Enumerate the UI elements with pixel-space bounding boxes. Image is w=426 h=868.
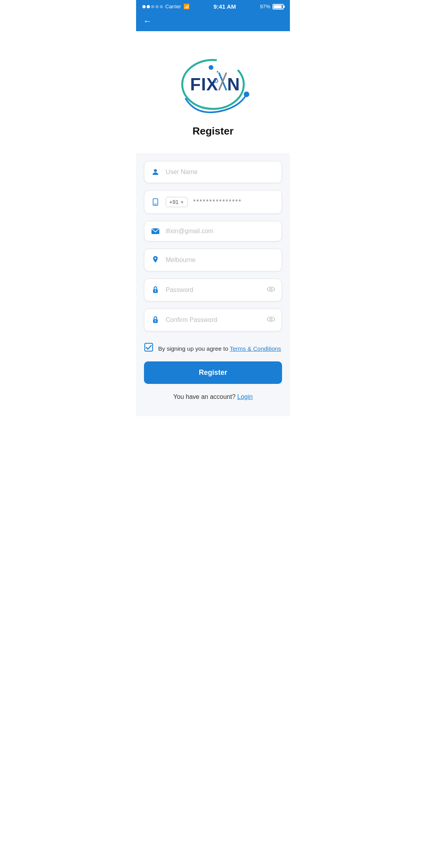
terms-link[interactable]: Terms & Conditions (230, 345, 281, 352)
svg-point-14 (155, 290, 156, 292)
battery-fill (274, 5, 282, 8)
svg-point-1 (244, 92, 249, 97)
location-icon (151, 255, 160, 265)
status-left: Carrier 📶 (142, 4, 190, 9)
svg-point-15 (267, 287, 275, 291)
username-input[interactable] (166, 168, 275, 176)
svg-text:FIX: FIX (190, 75, 218, 94)
phone-input[interactable] (193, 198, 275, 206)
nav-bar: ← (136, 12, 290, 31)
email-input-group (144, 221, 282, 241)
page-title: Register (144, 125, 282, 141)
user-icon (151, 168, 160, 176)
country-code-value: +91 (169, 199, 179, 205)
phone-input-group: +91 ▼ (144, 190, 282, 214)
battery-percent: 97% (260, 4, 270, 9)
confirm-password-input[interactable] (166, 316, 261, 324)
login-link[interactable]: Login (237, 393, 253, 400)
svg-point-19 (267, 317, 275, 321)
carrier-label: Carrier (165, 4, 181, 9)
wifi-icon: 📶 (183, 4, 190, 9)
status-right: 97% (260, 4, 284, 9)
confirm-password-toggle-icon[interactable] (267, 316, 275, 324)
app-logo: FIX N • (174, 43, 252, 122)
confirm-lock-icon (151, 315, 160, 325)
svg-point-9 (154, 169, 157, 172)
logo-area: FIX N • Register (136, 31, 290, 153)
terms-text: By signing up you agree to Terms & Condi… (158, 345, 281, 352)
svg-text:•: • (217, 69, 219, 75)
terms-static-text: By signing up you agree to (158, 345, 230, 352)
lock-icon (151, 285, 160, 295)
country-code-selector[interactable]: +91 ▼ (166, 197, 188, 207)
signal-dot-5 (160, 5, 163, 8)
signal-dot-4 (155, 5, 159, 8)
svg-point-20 (270, 318, 272, 320)
svg-point-16 (270, 288, 272, 290)
signal-dots (142, 5, 163, 8)
email-input[interactable] (166, 228, 275, 235)
password-input[interactable] (166, 286, 261, 294)
password-toggle-icon[interactable] (267, 286, 275, 294)
battery-icon (273, 4, 284, 9)
back-button[interactable]: ← (143, 17, 152, 26)
signal-dot-2 (147, 5, 150, 8)
phone-icon (151, 198, 160, 206)
chevron-down-icon: ▼ (180, 200, 184, 204)
location-input[interactable] (166, 256, 275, 264)
svg-text:N: N (227, 75, 240, 94)
svg-point-2 (209, 65, 213, 70)
status-time: 9:41 AM (213, 3, 236, 10)
logo-container: FIX N • (174, 43, 252, 122)
location-input-group (144, 249, 282, 271)
signal-dot-3 (151, 5, 154, 8)
status-bar: Carrier 📶 9:41 AM 97% (136, 0, 290, 12)
login-row: You have an account? Login (144, 393, 282, 400)
form-area: +91 ▼ (136, 153, 290, 404)
svg-rect-11 (154, 204, 157, 204)
terms-row: By signing up you agree to Terms & Condi… (144, 339, 282, 361)
terms-checkbox-icon[interactable] (144, 342, 153, 354)
email-icon (151, 228, 160, 235)
signal-dot-1 (142, 5, 146, 8)
login-static-text: You have an account? (173, 393, 237, 400)
main-content: FIX N • Register (136, 31, 290, 416)
username-input-group (144, 161, 282, 183)
svg-point-18 (155, 320, 156, 322)
confirm-password-input-group (144, 309, 282, 331)
register-button[interactable]: Register (144, 361, 282, 384)
password-input-group (144, 279, 282, 301)
